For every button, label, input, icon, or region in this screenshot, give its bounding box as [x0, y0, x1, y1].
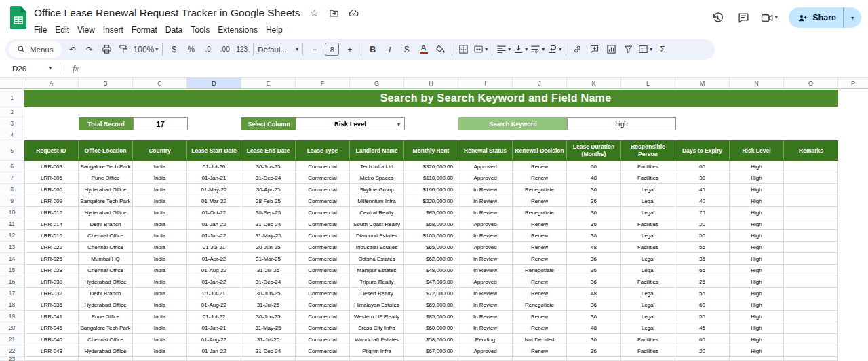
table-header-cell[interactable]: Request ID	[24, 140, 79, 161]
table-cell[interactable]: 30-Apr-25	[241, 184, 296, 195]
table-cell[interactable]: In Review	[458, 253, 513, 265]
table-cell[interactable]: 31-May-25	[241, 230, 296, 242]
table-cell[interactable]: India	[133, 230, 187, 242]
table-cell[interactable]: 60	[567, 161, 621, 172]
table-cell[interactable]: 55	[675, 311, 730, 322]
table-cell[interactable]: Hyderabad Office	[79, 299, 133, 311]
table-cell[interactable]: 31-Mar-25	[241, 253, 296, 265]
table-cell[interactable]: Commercial	[296, 299, 350, 311]
table-cell[interactable]: 36	[567, 230, 621, 242]
vertical-align-button[interactable]: ▾	[512, 41, 529, 58]
text-color-button[interactable]: A	[415, 41, 432, 58]
table-cell[interactable]: LRR-016	[24, 230, 79, 242]
table-cell[interactable]: Commercial	[296, 172, 350, 184]
table-cell[interactable]: 36	[567, 195, 621, 207]
table-cell[interactable]: Pending	[458, 334, 513, 345]
table-cell[interactable]: Approved	[458, 276, 513, 288]
table-cell[interactable]	[513, 357, 567, 361]
table-cell[interactable]: 01-Mar-22	[187, 195, 241, 207]
horizontal-align-button[interactable]: ▾	[495, 41, 512, 58]
column-header-D[interactable]: D	[187, 78, 241, 88]
table-cell[interactable]: High	[730, 218, 784, 230]
table-cell[interactable]: Not Decided	[513, 334, 567, 345]
table-cell[interactable]: Facilities	[621, 172, 675, 184]
table-cell[interactable]: In Review	[458, 311, 513, 322]
table-cell[interactable]: Renew	[513, 230, 567, 242]
table-cell[interactable]: Commercial	[296, 276, 350, 288]
table-cell[interactable]: India	[133, 161, 187, 172]
table-cell[interactable]: High	[730, 334, 784, 345]
fill-color-button[interactable]	[432, 41, 449, 58]
table-header-cell[interactable]: Lease Duration (Months)	[567, 140, 621, 161]
table-header-cell[interactable]: Monthly Rent	[404, 140, 458, 161]
table-cell[interactable]: 01-Jul-21	[187, 288, 241, 299]
table-cell[interactable]: Odisha Estates	[350, 253, 404, 265]
table-cell[interactable]: High	[730, 311, 784, 322]
search-keyword-label-cell[interactable]: Search Keyword	[458, 117, 568, 130]
table-cell[interactable]: Renew	[513, 288, 567, 299]
table-cell[interactable]: Renegotiate	[513, 184, 567, 195]
bold-button[interactable]: B	[364, 41, 381, 58]
row-header-10[interactable]: 10	[0, 207, 24, 218]
table-cell[interactable]: 48	[567, 172, 621, 184]
table-cell[interactable]: $68,000.00	[404, 218, 458, 230]
font-size-input[interactable]: 8	[325, 43, 339, 56]
table-cell[interactable]: 31-Jul-25	[241, 265, 296, 276]
table-cell[interactable]: $67,000.00	[404, 345, 458, 357]
table-cell[interactable]	[784, 299, 838, 311]
table-cell[interactable]: 45	[675, 184, 730, 195]
table-cell[interactable]: Hyderabad Office	[79, 345, 133, 357]
column-header-N[interactable]: N	[730, 78, 784, 88]
menu-data[interactable]: Data	[161, 24, 186, 36]
table-cell[interactable]: India	[133, 242, 187, 253]
select-column-caret[interactable]: ▾	[397, 121, 400, 127]
table-cell[interactable]: 36	[567, 207, 621, 218]
table-cell[interactable]: $85,000.00	[404, 311, 458, 322]
table-cell[interactable]	[296, 357, 350, 361]
table-cell[interactable]: Approved	[458, 218, 513, 230]
table-cell[interactable]: India	[133, 311, 187, 322]
column-header-G[interactable]: G	[350, 78, 404, 88]
table-cell[interactable]: 30-Jun-25	[241, 288, 296, 299]
table-cell[interactable]: Brass City Infra	[350, 322, 404, 334]
italic-button[interactable]: I	[381, 41, 398, 58]
table-cell[interactable]: Renew	[513, 311, 567, 322]
table-cell[interactable]: 36	[567, 311, 621, 322]
table-cell[interactable]: Western UP Realty	[350, 311, 404, 322]
filter-views-button[interactable]: ▾	[637, 41, 654, 58]
font-select[interactable]: Defaul...▾	[256, 41, 300, 58]
table-cell[interactable]	[784, 311, 838, 322]
table-cell[interactable]: LRR-045	[24, 322, 79, 334]
table-cell[interactable]: India	[133, 218, 187, 230]
table-cell[interactable]: India	[133, 299, 187, 311]
table-cell[interactable]: Renew	[513, 322, 567, 334]
table-cell[interactable]: Commercial	[296, 322, 350, 334]
table-header-cell[interactable]: Lease Type	[296, 140, 350, 161]
table-cell[interactable]: India	[133, 322, 187, 334]
table-cell[interactable]: 30-Jun-25	[241, 161, 296, 172]
table-cell[interactable]: 01-Jan-22	[187, 276, 241, 288]
borders-button[interactable]	[455, 41, 472, 58]
table-cell[interactable]	[784, 184, 838, 195]
table-cell[interactable]	[675, 357, 730, 361]
table-cell[interactable]: $220,000.00	[404, 195, 458, 207]
column-header-M[interactable]: M	[675, 78, 730, 88]
select-column-dropdown[interactable]: Risk Level ▾	[296, 117, 405, 130]
row-header-8[interactable]: 8	[0, 184, 24, 195]
table-cell[interactable]: 36	[567, 299, 621, 311]
table-cell[interactable]: In Review	[458, 207, 513, 218]
table-cell[interactable]: 31-Jul-25	[241, 334, 296, 345]
table-cell[interactable]: High	[730, 288, 784, 299]
table-cell[interactable]	[784, 207, 838, 218]
table-cell[interactable]: 01-Aug-22	[187, 299, 241, 311]
row-header-16[interactable]: 16	[0, 276, 24, 288]
table-cell[interactable]: 31-Dec-24	[241, 345, 296, 357]
table-cell[interactable]: LRR-036	[24, 299, 79, 311]
table-cell[interactable]: 30-Jun-25	[241, 242, 296, 253]
table-cell[interactable]: 31-Dec-24	[241, 172, 296, 184]
table-cell[interactable]: Delhi Branch	[79, 218, 133, 230]
table-header-cell[interactable]: Remarks	[784, 140, 838, 161]
table-cell[interactable]: 25	[675, 276, 730, 288]
table-cell[interactable]: Renew	[513, 172, 567, 184]
table-cell[interactable]: High	[730, 276, 784, 288]
